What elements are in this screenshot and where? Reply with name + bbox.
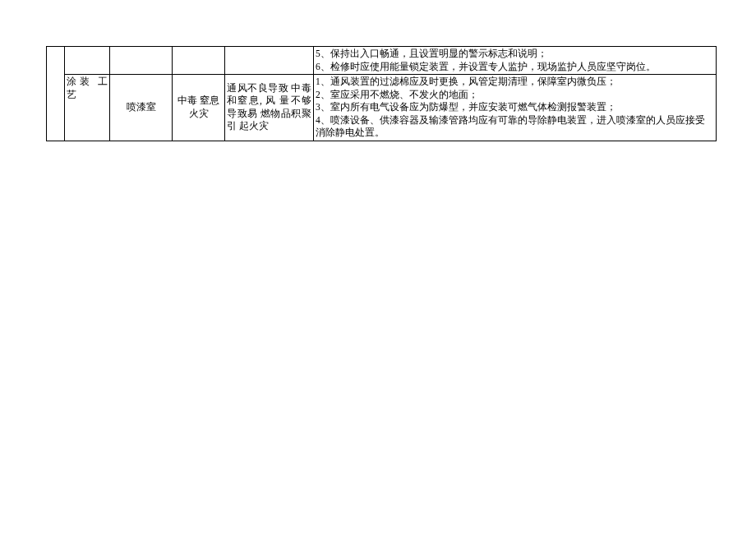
- measure-line: 2、室应采用不燃烧、不发火的地面；: [316, 89, 714, 102]
- cell-measure-top: 5、保持出入口畅通，且设置明显的警示标志和说明； 6、检修时应使用能量锁定装置，…: [314, 47, 717, 75]
- measure-line: 1、通风装置的过滤棉应及时更换，风管定期清理，保障室内微负压；: [316, 76, 714, 89]
- cell-hazard: 中毒 窒息火灾: [173, 75, 225, 141]
- measure-line: 4、喷漆设备、供漆容器及输漆管路均应有可靠的导除静电装置，进入喷漆室的人员应接受…: [316, 114, 714, 140]
- table-row: 5、保持出入口畅通，且设置明显的警示标志和说明； 6、检修时应使用能量锁定装置，…: [47, 47, 717, 75]
- measure-line: 5、保持出入口畅通，且设置明显的警示标志和说明；: [316, 48, 714, 61]
- measure-line: 3、室内所有电气设备应为防爆型，并应安装可燃气体检测报警装置；: [316, 101, 714, 114]
- table-row: 涂装 工艺 喷漆室 中毒 窒息火灾 通风不良导致 中毒和窒息, 风 量不够导致易…: [47, 75, 717, 141]
- cell-category-top: [65, 47, 110, 75]
- document-page: 5、保持出入口畅通，且设置明显的警示标志和说明； 6、检修时应使用能量锁定装置，…: [0, 0, 756, 141]
- cell-location-top: [110, 47, 173, 75]
- cell-index: [47, 47, 65, 141]
- measure-line: 6、检修时应使用能量锁定装置，并设置专人监护，现场监护人员应坚守岗位。: [316, 61, 714, 74]
- cell-cause: 通风不良导致 中毒和窒息, 风 量不够导致易 燃物品积聚引 起火灾: [225, 75, 314, 141]
- cell-location: 喷漆室: [110, 75, 173, 141]
- cell-category: 涂装 工艺: [65, 75, 110, 141]
- cell-cause-top: [225, 47, 314, 75]
- cell-hazard-top: [173, 47, 225, 75]
- safety-table: 5、保持出入口畅通，且设置明显的警示标志和说明； 6、检修时应使用能量锁定装置，…: [46, 46, 717, 141]
- cell-measure: 1、通风装置的过滤棉应及时更换，风管定期清理，保障室内微负压； 2、室应采用不燃…: [314, 75, 717, 141]
